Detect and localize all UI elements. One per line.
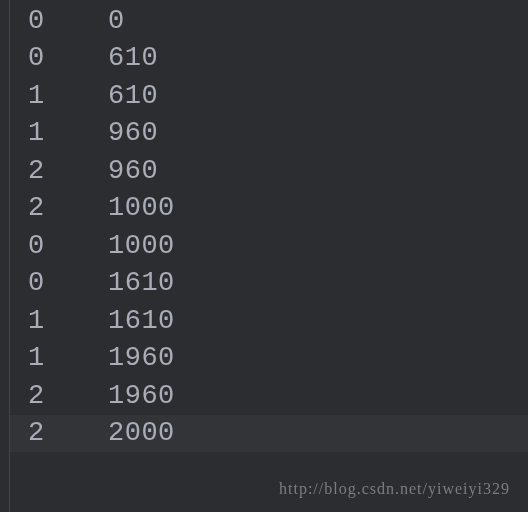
- code-line[interactable]: 01610: [28, 265, 528, 303]
- col1-value: 0: [28, 268, 108, 298]
- col1-value: 1: [28, 81, 108, 111]
- col1-value: 2: [28, 193, 108, 223]
- col1-value: 2: [28, 156, 108, 186]
- col2-value: 1960: [108, 343, 175, 373]
- col2-value: 1610: [108, 306, 175, 336]
- col2-value: 960: [108, 118, 158, 148]
- col1-value: 0: [28, 43, 108, 73]
- col1-value: 2: [28, 381, 108, 411]
- col2-value: 2000: [108, 418, 175, 448]
- col1-value: 2: [28, 418, 108, 448]
- col2-value: 1000: [108, 193, 175, 223]
- col1-value: 0: [28, 231, 108, 261]
- code-line[interactable]: 22000: [10, 415, 528, 453]
- col1-value: 1: [28, 343, 108, 373]
- code-line[interactable]: 1610: [28, 77, 528, 115]
- col1-value: 1: [28, 306, 108, 336]
- col2-value: 1960: [108, 381, 175, 411]
- col2-value: 1000: [108, 231, 175, 261]
- col2-value: 610: [108, 43, 158, 73]
- code-line[interactable]: 0610: [28, 40, 528, 78]
- code-line[interactable]: 21960: [28, 377, 528, 415]
- col2-value: 610: [108, 81, 158, 111]
- col2-value: 1610: [108, 268, 175, 298]
- code-line[interactable]: 2960: [28, 152, 528, 190]
- code-line[interactable]: 11610: [28, 302, 528, 340]
- col2-value: 960: [108, 156, 158, 186]
- code-line[interactable]: 1960: [28, 115, 528, 153]
- code-line[interactable]: 01000: [28, 227, 528, 265]
- code-line[interactable]: 11960: [28, 340, 528, 378]
- code-editor: 0006101610196029602100001000016101161011…: [0, 0, 528, 512]
- col1-value: 1: [28, 118, 108, 148]
- code-line[interactable]: 00: [28, 2, 528, 40]
- code-content[interactable]: 0006101610196029602100001000016101161011…: [10, 0, 528, 512]
- watermark-text: http://blog.csdn.net/yiweiyi329: [279, 480, 510, 498]
- col2-value: 0: [108, 6, 125, 36]
- code-line[interactable]: 21000: [28, 190, 528, 228]
- editor-gutter: [0, 0, 10, 512]
- col1-value: 0: [28, 6, 108, 36]
